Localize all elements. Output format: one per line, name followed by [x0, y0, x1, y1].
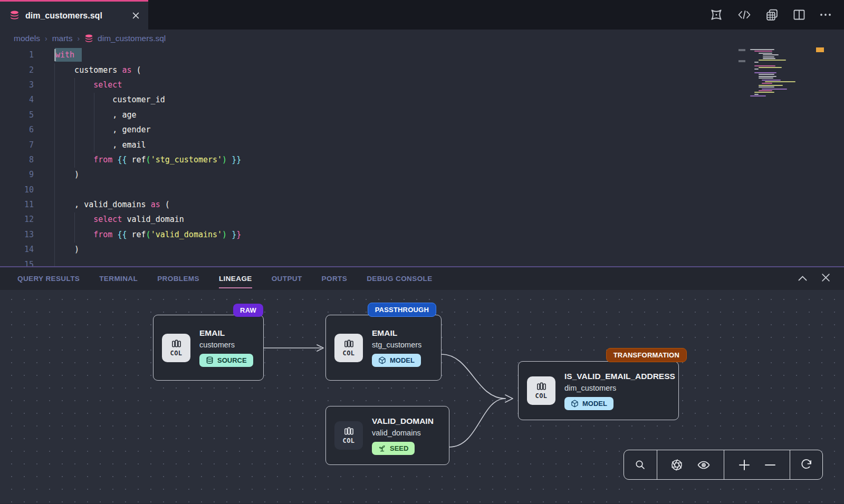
column-icon: COL: [334, 421, 363, 450]
node-badge-model: MODEL: [372, 354, 421, 367]
line-number: 6: [0, 125, 34, 134]
node-tag-passthrough: PASSTHROUGH: [368, 303, 436, 317]
copy-table-icon[interactable]: [765, 8, 779, 22]
code-line-9[interactable]: 9 ): [0, 167, 844, 182]
node-tag-transformation: TRANSFORMATION: [606, 348, 687, 362]
editor-tab-bar: dim_customers.sql: [0, 0, 844, 30]
split-editor-icon[interactable]: [793, 9, 805, 21]
code-line-6[interactable]: 6 , gender: [0, 122, 844, 137]
chevron-right-icon: ›: [45, 34, 47, 43]
line-number: 4: [0, 95, 34, 104]
zoom-out-icon[interactable]: [764, 459, 776, 471]
lineage-node-dim-customers[interactable]: TRANSFORMATION COL IS_VALID_EMAIL_ADDRES…: [518, 361, 679, 420]
tab-dim-customers[interactable]: dim_customers.sql: [0, 0, 148, 30]
node-tag-raw: RAW: [233, 304, 263, 317]
code-editor[interactable]: 1with2 customers as (3 select4 customer_…: [0, 47, 844, 266]
line-number: 12: [0, 215, 34, 224]
close-panel-icon[interactable]: [821, 273, 830, 284]
code-line-4[interactable]: 4 customer_id: [0, 92, 844, 107]
arrowhead: [505, 395, 513, 402]
overview-ruler-mark: [738, 60, 745, 62]
search-icon[interactable]: [634, 459, 646, 471]
tab-title: dim_customers.sql: [25, 11, 102, 21]
line-number: 10: [0, 185, 34, 195]
node-title: EMAIL: [199, 328, 253, 338]
breadcrumb-file[interactable]: dim_customers.sql: [84, 34, 166, 43]
line-number: 2: [0, 65, 34, 75]
database-icon: [9, 11, 20, 21]
edge-seed-to-dim: [449, 399, 505, 447]
editor-actions: [709, 0, 844, 30]
line-number: 9: [0, 170, 34, 179]
lineage-node-valid-domains[interactable]: COL VALID_DOMAIN valid_domains SEED: [325, 406, 449, 465]
code-icon[interactable]: [737, 9, 751, 21]
database-icon: [84, 34, 93, 43]
node-badge-model: MODEL: [564, 397, 613, 410]
node-subtitle: customers: [199, 341, 253, 349]
tab-close-icon[interactable]: [132, 12, 140, 20]
more-icon[interactable]: [820, 13, 831, 16]
column-icon: COL: [334, 334, 363, 362]
lineage-canvas[interactable]: RAW COL EMAIL customers SOURCE PASSTHROU…: [0, 290, 844, 503]
bottom-panel-header: QUERY RESULTSTERMINALPROBLEMSLINEAGEOUTP…: [0, 266, 844, 290]
breadcrumb-item-models[interactable]: models: [14, 34, 40, 43]
node-title: EMAIL: [372, 328, 421, 338]
node-badge-source: SOURCE: [199, 354, 253, 367]
node-title: IS_VALID_EMAIL_ADDRESS: [564, 372, 675, 381]
node-subtitle: stg_customers: [372, 341, 421, 349]
dbt-icon[interactable]: [709, 8, 723, 22]
code-line-2[interactable]: 2 customers as (: [0, 62, 844, 77]
line-number: 3: [0, 80, 34, 90]
zoom-in-icon[interactable]: [738, 459, 750, 471]
column-icon: COL: [527, 376, 555, 405]
panel-tab-ports[interactable]: PORTS: [322, 267, 348, 290]
breadcrumb-item-marts[interactable]: marts: [52, 34, 73, 43]
refresh-icon[interactable]: [800, 459, 812, 471]
panel-tab-debug-console[interactable]: DEBUG CONSOLE: [367, 267, 432, 290]
code-line-10[interactable]: 10: [0, 182, 844, 197]
aperture-icon[interactable]: [670, 459, 683, 471]
collapse-panel-icon[interactable]: [798, 274, 808, 284]
code-line-14[interactable]: 14 ): [0, 242, 844, 257]
code-line-8[interactable]: 8 from {{ ref('stg_customers') }}: [0, 152, 844, 167]
node-title: VALID_DOMAIN: [372, 416, 434, 426]
overview-ruler-mark: [738, 49, 745, 51]
code-line-13[interactable]: 13 from {{ ref('valid_domains') }}: [0, 227, 844, 242]
lineage-node-customers[interactable]: RAW COL EMAIL customers SOURCE: [153, 315, 264, 381]
line-number: 1: [0, 50, 34, 60]
node-subtitle: valid_domains: [372, 429, 434, 437]
lineage-toolbar: [624, 450, 823, 480]
line-number: 13: [0, 230, 34, 239]
panel-tab-problems[interactable]: PROBLEMS: [157, 267, 199, 290]
code-line-5[interactable]: 5 , age: [0, 108, 844, 122]
panel-tab-terminal[interactable]: TERMINAL: [99, 267, 138, 290]
cube-icon: [571, 400, 579, 408]
line-number: 5: [0, 110, 34, 120]
code-line-12[interactable]: 12 select valid_domain: [0, 212, 844, 227]
code-line-1[interactable]: 1with: [0, 47, 844, 62]
node-subtitle: dim_customers: [564, 384, 675, 392]
line-number: 8: [0, 155, 34, 164]
column-icon: COL: [162, 334, 190, 362]
chevron-right-icon: ›: [77, 34, 80, 43]
sprout-icon: [378, 444, 386, 452]
line-number: 15: [0, 260, 34, 266]
code-line-15[interactable]: 15: [0, 257, 844, 266]
panel-tab-output[interactable]: OUTPUT: [272, 267, 302, 290]
minimap[interactable]: [750, 49, 809, 139]
code-line-3[interactable]: 3 select: [0, 77, 844, 92]
panel-tab-query-results[interactable]: QUERY RESULTS: [17, 267, 80, 290]
cube-icon: [378, 356, 386, 364]
eye-icon[interactable]: [697, 459, 711, 471]
code-line-11[interactable]: 11 , valid_domains as (: [0, 197, 844, 212]
database-icon: [206, 356, 214, 364]
node-badge-seed: SEED: [372, 442, 415, 455]
line-number: 11: [0, 200, 34, 209]
lineage-node-stg-customers[interactable]: PASSTHROUGH COL EMAIL stg_customers MODE…: [325, 315, 442, 381]
minimap-marker: [816, 47, 824, 52]
line-number: 7: [0, 140, 34, 150]
edge-stg-to-dim: [442, 354, 505, 399]
panel-tab-lineage[interactable]: LINEAGE: [219, 267, 252, 290]
breadcrumb: models › marts › dim_customers.sql: [0, 30, 844, 47]
code-line-7[interactable]: 7 , email: [0, 137, 844, 152]
